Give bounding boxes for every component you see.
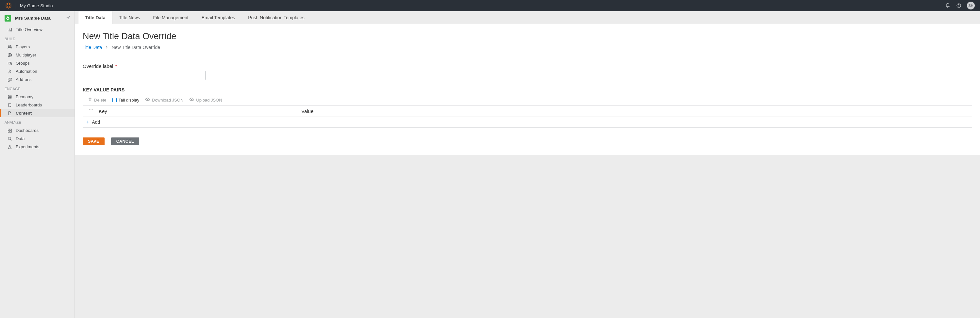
save-button[interactable]: SAVE <box>83 138 105 145</box>
bookmark-icon <box>7 103 13 108</box>
kv-table: Key Value + Add <box>83 106 972 128</box>
grid-plus-icon <box>7 77 13 82</box>
kv-tool-upload-json[interactable]: Upload JSON <box>189 97 222 103</box>
cancel-button[interactable]: CANCEL <box>111 138 139 145</box>
override-label-label: Override label * <box>83 63 972 69</box>
sidebar-item-multiplayer[interactable]: Multiplayer <box>0 51 75 59</box>
page-title: New Title Data Override <box>83 31 972 41</box>
kv-tool-delete-label: Delete <box>94 98 107 103</box>
kv-tool-tall-label: Tall display <box>119 98 140 103</box>
kv-tool-download-label: Download JSON <box>152 98 183 103</box>
flask-icon <box>7 144 13 150</box>
sidebar-item-label: Add-ons <box>16 77 31 82</box>
sidebar-item-content[interactable]: Content <box>0 109 75 117</box>
tab-title-news[interactable]: Title News <box>112 11 147 24</box>
sidebar-item-leaderboards[interactable]: Leaderboards <box>0 101 75 109</box>
chevron-right-icon <box>105 45 108 49</box>
sidebar-item-label: Multiplayer <box>16 52 36 57</box>
svg-rect-15 <box>10 78 11 79</box>
tab-file-management[interactable]: File Management <box>147 11 195 24</box>
svg-rect-20 <box>8 131 10 132</box>
override-label-text: Override label <box>83 63 113 69</box>
svg-point-22 <box>8 137 11 140</box>
sidebar-item-label: Experiments <box>16 144 39 149</box>
sidebar-item-title-overview[interactable]: Title Overview <box>0 25 75 34</box>
checkbox-icon <box>112 98 117 102</box>
robot-icon <box>7 69 13 74</box>
sidebar-title-name[interactable]: Mrs Sample Data <box>15 16 66 21</box>
svg-point-8 <box>8 45 10 47</box>
cloud-download-icon <box>145 97 150 103</box>
cloud-upload-icon <box>189 97 194 103</box>
kv-header: KEY VALUE PAIRS <box>83 87 972 92</box>
svg-rect-18 <box>8 129 10 130</box>
tab-title-data[interactable]: Title Data <box>78 11 112 24</box>
svg-rect-16 <box>8 80 10 81</box>
tabstrip: Title Data Title News File Management Em… <box>75 11 980 24</box>
svg-point-7 <box>68 17 69 19</box>
sidebar-item-players[interactable]: Players <box>0 43 75 51</box>
kv-select-all-checkbox[interactable] <box>89 109 93 113</box>
sidebar-section-engage: ENGAGE <box>0 84 75 93</box>
breadcrumb-current: New Title Data Override <box>111 45 160 50</box>
svg-rect-19 <box>10 129 11 130</box>
sidebar-item-automation[interactable]: Automation <box>0 67 75 76</box>
title-icon <box>4 14 12 22</box>
sidebar-section-analyze: ANALYZE <box>0 117 75 127</box>
globe-icon <box>7 52 13 58</box>
kv-add-label: Add <box>92 120 100 125</box>
kv-tool-delete[interactable]: Delete <box>88 97 107 103</box>
coins-icon <box>7 94 13 100</box>
kv-add-row[interactable]: + Add <box>83 117 972 127</box>
kv-tool-upload-label: Upload JSON <box>196 98 222 103</box>
search-icon <box>7 136 13 141</box>
avatar[interactable]: SH <box>967 2 975 9</box>
breadcrumb: Title Data New Title Data Override <box>83 45 972 56</box>
sidebar-item-label: Automation <box>16 69 37 74</box>
sidebar-item-label: Groups <box>16 61 30 66</box>
studio-name[interactable]: My Game Studio <box>20 3 53 8</box>
override-label-input[interactable] <box>83 71 205 80</box>
sidebar-item-label: Data <box>16 136 24 141</box>
sidebar-item-label: Economy <box>16 94 33 99</box>
tab-email-templates[interactable]: Email Templates <box>195 11 242 24</box>
sidebar-item-addons[interactable]: Add-ons <box>0 76 75 84</box>
sidebar-item-label: Players <box>16 44 30 49</box>
sidebar-item-label: Content <box>16 111 32 115</box>
kv-tool-tall-display[interactable]: Tall display <box>112 98 140 103</box>
svg-marker-0 <box>6 3 11 8</box>
svg-point-9 <box>10 45 11 47</box>
svg-marker-1 <box>7 4 10 7</box>
kv-col-value: Value <box>301 108 972 114</box>
svg-rect-14 <box>8 78 10 79</box>
svg-rect-21 <box>10 131 11 132</box>
plus-icon: + <box>86 120 89 125</box>
people-icon <box>7 44 13 50</box>
sidebar-item-label: Leaderboards <box>16 103 42 108</box>
sidebar-item-label: Title Overview <box>16 27 43 32</box>
gear-icon[interactable] <box>66 15 71 21</box>
sidebar-item-label: Dashboards <box>16 128 38 133</box>
sidebar-item-groups[interactable]: Groups <box>0 59 75 67</box>
help-icon[interactable] <box>953 0 964 11</box>
chart-bar-icon <box>7 27 13 32</box>
tab-push-templates[interactable]: Push Notification Templates <box>242 11 311 24</box>
app-logo-icon[interactable] <box>5 2 12 9</box>
svg-point-3 <box>958 6 959 7</box>
sidebar-item-data[interactable]: Data <box>0 134 75 143</box>
sidebar-section-build: BUILD <box>0 34 75 43</box>
breadcrumb-parent[interactable]: Title Data <box>83 45 102 50</box>
trash-icon <box>88 97 92 103</box>
sidebar-item-economy[interactable]: Economy <box>0 93 75 101</box>
kv-tool-download-json[interactable]: Download JSON <box>145 97 183 103</box>
kv-table-head: Key Value <box>83 106 972 117</box>
svg-point-17 <box>8 95 11 97</box>
dashboard-icon <box>7 128 13 133</box>
svg-point-6 <box>7 17 8 19</box>
kv-col-key: Key <box>99 108 301 114</box>
sidebar-item-dashboards[interactable]: Dashboards <box>0 127 75 134</box>
bell-icon[interactable] <box>942 0 953 11</box>
sidebar-item-experiments[interactable]: Experiments <box>0 143 75 151</box>
layers-icon <box>7 61 13 66</box>
document-icon <box>7 111 13 116</box>
